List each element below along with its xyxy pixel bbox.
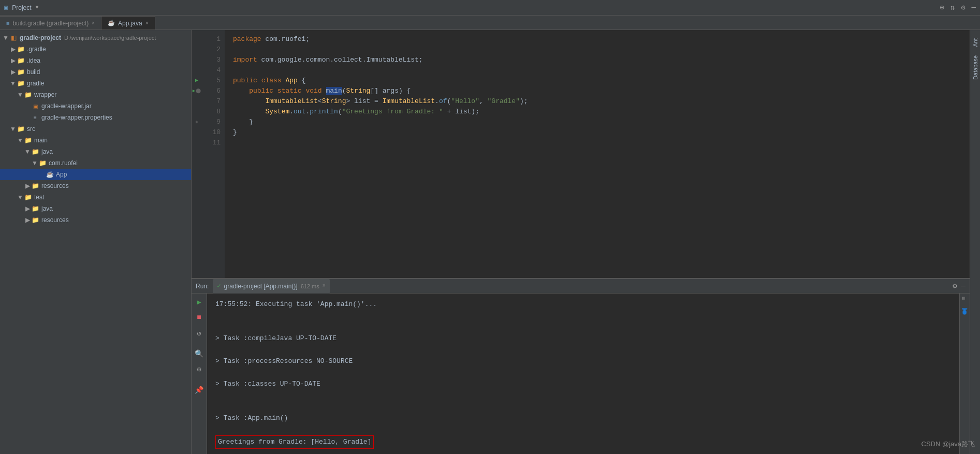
tree-arrow-com-ruofei: ▼	[31, 159, 38, 167]
tree-arrow-dotgradle: ▶	[9, 46, 17, 53]
tree-arrow-gradle: ▼	[9, 80, 17, 87]
tree-item-gradle[interactable]: ▼ 📁 gradle	[0, 78, 191, 89]
tree-item-com-ruofei[interactable]: ▼ 📁 com.ruofei	[0, 157, 191, 169]
debug-dot-icon: ⬤	[196, 86, 201, 96]
run-header-icons: ⚙ —	[953, 282, 966, 290]
run-minimize-icon[interactable]: —	[961, 282, 966, 290]
output-task-compile: > Task :compileJava UP-TO-DATE	[215, 333, 951, 344]
title-bar-left: ▣ Project ▼	[4, 4, 39, 11]
output-task-appmain: > Task :App.main()	[215, 413, 951, 424]
run-left-toolbar: ▶ ■ ↺ 🔍 ⚙ 📌	[192, 294, 207, 454]
tree-arrow-resources-main: ▶	[24, 182, 31, 189]
run-tab-close[interactable]: ×	[323, 283, 326, 289]
folder-icon-test: 📁	[24, 194, 32, 201]
run-right-icon-2[interactable]: 👤	[960, 305, 969, 318]
gutter-6-run-debug[interactable]: ▶ ⬤	[192, 86, 202, 96]
tree-arrow-java-test: ▶	[24, 205, 31, 212]
gutter-11	[192, 138, 202, 148]
gutter-1	[192, 34, 202, 45]
tree-item-gradle-wrapper-jar[interactable]: ▶ ▣ gradle-wrapper.jar	[0, 100, 191, 112]
run-label: Run:	[196, 283, 209, 290]
tab-build-gradle[interactable]: ≡ build.gradle (gradle-project) ×	[0, 16, 101, 30]
tree-item-app[interactable]: ▶ ☕ App	[0, 169, 191, 180]
tree-item-resources-main[interactable]: ▶ 📁 resources	[0, 180, 191, 192]
tab-app-java[interactable]: ☕ App.java ×	[101, 16, 155, 30]
tree-item-dotgradle[interactable]: ▶ 📁 .gradle	[0, 43, 191, 55]
tree-item-dotidea[interactable]: ▶ 📁 .idea	[0, 55, 191, 66]
tree-label-build: build	[27, 68, 40, 76]
right-sidebar: Ant Database	[970, 30, 980, 454]
folder-icon-dotgradle: 📁	[17, 46, 25, 53]
settings-icon[interactable]: ⚙	[961, 3, 965, 12]
tree-label-wrapper-props: gradle-wrapper.properties	[41, 114, 112, 121]
title-dropdown-icon[interactable]: ▼	[36, 5, 39, 10]
tree-label-com-ruofei: com.ruofei	[49, 159, 78, 167]
gutter-10	[192, 127, 202, 138]
tree-path: D:\wenjian\workspace\gradle-project	[64, 35, 156, 41]
run-settings-icon[interactable]: ⚙	[953, 282, 957, 290]
run-filter-button[interactable]: ⚙	[194, 364, 204, 374]
project-icon: ▣	[4, 4, 8, 11]
line-numbers: 12345 67891011	[202, 30, 225, 278]
run-search-button[interactable]: 🔍	[194, 348, 204, 359]
java-app-icon: ☕	[46, 171, 54, 178]
run-right-icon-1[interactable]: ≡	[960, 294, 968, 303]
tree-arrow-test: ▼	[17, 194, 24, 201]
tree-item-gradle-project[interactable]: ▼ ◧ gradle-project D:\wenjian\workspace\…	[0, 32, 191, 43]
project-tree: ▼ ◧ gradle-project D:\wenjian\workspace\…	[0, 30, 191, 454]
output-task-process: > Task :processResources NO-SOURCE	[215, 356, 951, 367]
tab-build-gradle-close[interactable]: ×	[92, 20, 95, 26]
minimize-icon[interactable]: —	[972, 3, 976, 12]
tree-label-resources-test: resources	[41, 216, 69, 224]
tree-item-wrapper[interactable]: ▼ 📁 wrapper	[0, 89, 191, 100]
gutter-7	[192, 96, 202, 107]
add-icon[interactable]: ⊕	[940, 3, 944, 12]
tree-arrow-main: ▼	[17, 137, 24, 144]
tree-item-main[interactable]: ▼ 📁 main	[0, 135, 191, 146]
sidebar-tab-ant[interactable]: Ant	[971, 34, 979, 51]
folder-icon-java: 📁	[31, 148, 39, 155]
folder-icon-main: 📁	[24, 137, 32, 144]
project-title: Project	[12, 4, 31, 11]
tree-item-resources-test[interactable]: ▶ 📁 resources	[0, 214, 191, 226]
tree-item-build[interactable]: ▶ 📁 build	[0, 66, 191, 78]
gutter-3	[192, 55, 202, 65]
tree-item-gradle-wrapper-props[interactable]: ▶ ≡ gradle-wrapper.properties	[0, 112, 191, 123]
tree-item-test[interactable]: ▼ 📁 test	[0, 192, 191, 203]
code-content[interactable]: package com.ruofei; import com.google.co…	[225, 30, 970, 278]
tree-label-test: test	[34, 194, 44, 201]
tree-label-src: src	[27, 125, 35, 133]
tree-item-java[interactable]: ▼ 📁 java	[0, 146, 191, 157]
run-play-button[interactable]: ▶	[194, 297, 204, 307]
jar-file-icon: ▣	[31, 104, 39, 109]
tree-label-wrapper: wrapper	[34, 91, 56, 98]
folder-icon-resources-test: 📁	[31, 216, 39, 224]
tree-label-main: main	[34, 137, 48, 144]
folder-icon-java-test: 📁	[31, 205, 39, 212]
folder-icon-com-ruofei: 📁	[38, 159, 47, 167]
tree-label-java: java	[41, 148, 53, 155]
tree-item-java-test[interactable]: ▶ 📁 java	[0, 203, 191, 214]
gutter-9-bookmark[interactable]: ◈	[192, 117, 202, 127]
run-stop-button[interactable]: ■	[194, 312, 204, 323]
split-icon[interactable]: ⇅	[950, 3, 955, 12]
tree-item-src[interactable]: ▼ 📁 src	[0, 123, 191, 135]
run-output: 17:55:52: Executing task 'App.main()'...…	[207, 294, 959, 454]
tree-arrow-java-folder: ▼	[24, 148, 31, 155]
output-task-classes: > Task :classes UP-TO-DATE	[215, 378, 951, 390]
run-rerun-button[interactable]: ↺	[194, 328, 204, 338]
tab-app-java-close[interactable]: ×	[145, 20, 149, 26]
run-tab[interactable]: ✓ gradle-project [App.main()] 612 ms ×	[213, 279, 329, 294]
run-body: ▶ ■ ↺ 🔍 ⚙ 📌 17:55:52: Executing task 'Ap…	[192, 294, 970, 454]
run-pin-button[interactable]: 📌	[194, 385, 204, 395]
gutter-5-run[interactable]: ▶	[192, 76, 202, 86]
tab-build-gradle-label: build.gradle (gradle-project)	[12, 20, 89, 27]
tree-label-app: App	[56, 171, 67, 178]
project-sidebar: ▼ ◧ gradle-project D:\wenjian\workspace\…	[0, 30, 192, 454]
output-timestamp: 17:55:52: Executing task 'App.main()'...	[215, 299, 951, 310]
code-editor[interactable]: ▶ ▶ ⬤ ◈ 12345 67891011 package com.ruofe…	[192, 30, 970, 278]
java-file-icon: ☕	[108, 20, 115, 26]
folder-icon-dotidea: 📁	[17, 57, 25, 64]
tree-arrow-build: ▶	[9, 68, 17, 76]
sidebar-tab-database[interactable]: Database	[971, 51, 979, 84]
